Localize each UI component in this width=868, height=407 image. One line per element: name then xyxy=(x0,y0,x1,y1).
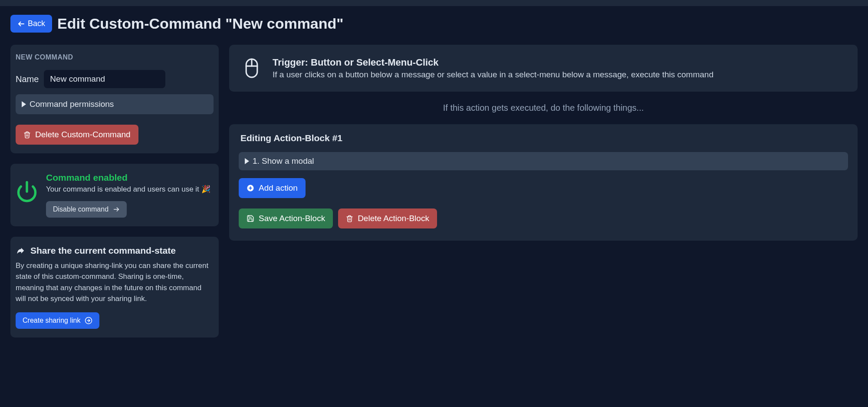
header-row: Back Edit Custom-Command "New command" xyxy=(10,15,858,33)
name-label: Name xyxy=(16,74,39,84)
name-row: Name xyxy=(16,70,214,88)
status-title: Command enabled xyxy=(46,172,214,183)
chevron-right-icon xyxy=(22,101,26,107)
action-item-label: 1. Show a modal xyxy=(253,156,314,166)
status-description: Your command is enabled and users can us… xyxy=(46,184,214,195)
command-heading: NEW COMMAND xyxy=(16,53,214,61)
share-card: Share the current command-state By creat… xyxy=(10,237,219,338)
trash-icon xyxy=(346,215,353,222)
mouse-icon xyxy=(243,58,260,79)
delete-command-label: Delete Custom-Command xyxy=(35,130,131,139)
execution-hint-text: If this action gets executed, do the fol… xyxy=(229,103,858,113)
trigger-card: Trigger: Button or Select-Menu-Click If … xyxy=(229,45,858,92)
share-icon xyxy=(16,246,25,255)
create-sharing-link-label: Create sharing link xyxy=(23,317,80,324)
share-description: By creating a unique sharing-link you ca… xyxy=(16,260,214,304)
action-item-toggle[interactable]: 1. Show a modal xyxy=(239,152,848,170)
permissions-label: Command permissions xyxy=(30,99,114,109)
arrow-circle-right-icon xyxy=(85,317,92,324)
name-input[interactable] xyxy=(44,70,165,88)
save-icon xyxy=(247,215,254,222)
chevron-right-icon xyxy=(245,158,249,164)
command-permissions-toggle[interactable]: Command permissions xyxy=(16,94,214,114)
arrow-left-icon xyxy=(17,20,25,28)
action-block-card: Editing Action-Block #1 1. Show a modal … xyxy=(229,124,858,241)
back-button-label: Back xyxy=(28,19,45,28)
arrow-right-icon xyxy=(113,206,120,213)
plus-circle-icon xyxy=(247,184,254,192)
share-title: Share the current command-state xyxy=(30,245,176,256)
disable-command-label: Disable command xyxy=(53,205,108,213)
trigger-title: Trigger: Button or Select-Menu-Click xyxy=(273,57,713,68)
add-action-label: Add action xyxy=(259,183,298,193)
save-action-block-label: Save Action-Block xyxy=(259,214,325,223)
power-icon xyxy=(16,172,38,203)
save-action-block-button[interactable]: Save Action-Block xyxy=(239,208,333,228)
action-block-title: Editing Action-Block #1 xyxy=(239,133,848,143)
back-button[interactable]: Back xyxy=(10,15,52,33)
trigger-description: If a user clicks on a button below a mes… xyxy=(273,70,713,79)
page-title: Edit Custom-Command "New command" xyxy=(57,15,343,32)
trash-icon xyxy=(23,131,31,139)
delete-action-block-button[interactable]: Delete Action-Block xyxy=(338,208,437,228)
create-sharing-link-button[interactable]: Create sharing link xyxy=(16,312,99,329)
command-status-card: Command enabled Your command is enabled … xyxy=(10,164,219,226)
delete-command-button[interactable]: Delete Custom-Command xyxy=(16,125,138,145)
top-bar xyxy=(0,0,868,6)
command-settings-card: NEW COMMAND Name Command permissions Del… xyxy=(10,45,219,153)
add-action-button[interactable]: Add action xyxy=(239,178,306,198)
delete-action-block-label: Delete Action-Block xyxy=(358,214,429,223)
disable-command-button[interactable]: Disable command xyxy=(46,201,127,218)
